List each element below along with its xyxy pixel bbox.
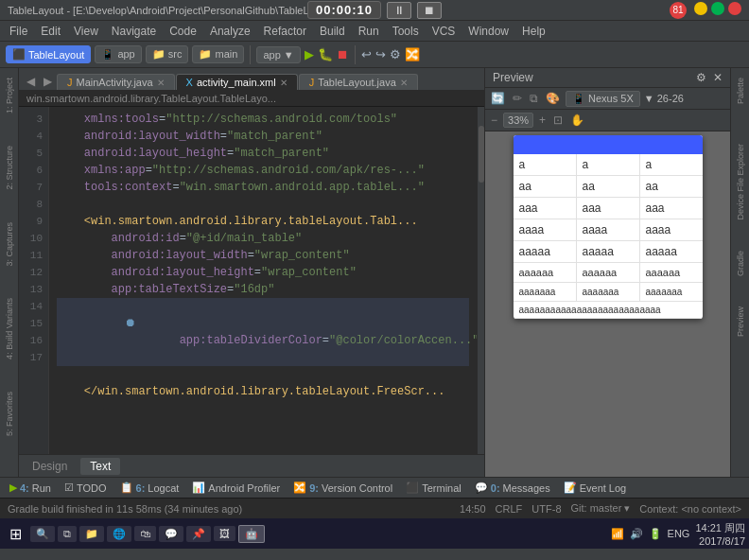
clock-area[interactable]: 14:21 周四 2017/8/17 [695,521,745,547]
menu-refactor[interactable]: Refactor [258,23,312,40]
toolbar-app-dropdown[interactable]: app ▼ [256,46,300,63]
stop-icon[interactable]: ⏹ [337,47,349,61]
code-line-7: tools:context="win.smartown.android.app.… [57,179,469,196]
tab-design[interactable]: Design [23,458,77,475]
taskbar-edge-btn[interactable]: 🌐 [107,526,131,542]
phone-content: a a a aa aa aa aaa aaa aaa [514,154,703,319]
sidebar-tab-device-file-explorer[interactable]: Device File Explorer [734,138,747,226]
line-ending: CRLF [496,503,523,515]
taskbar-android-studio-btn[interactable]: 🤖 [238,525,265,543]
menu-file[interactable]: File [4,23,33,40]
taskbar-photo-btn[interactable]: 🖼 [214,526,235,541]
tool-tab-run[interactable]: ▶ 4: Run [4,480,57,496]
menu-code[interactable]: Code [164,23,202,40]
vcs-icon[interactable]: 🔀 [405,47,420,61]
close-tab-activity-main[interactable]: ✕ [280,78,287,88]
sidebar-tab-captures[interactable]: 3: Captures [3,217,16,272]
menu-view[interactable]: View [68,23,104,40]
menu-help[interactable]: Help [516,23,551,40]
messages-label: Messages [503,482,550,494]
tab-table-layout-java[interactable]: J TableLayout.java ✕ [299,74,418,90]
preview-header: Preview ⚙ ✕ [485,68,730,88]
undo-icon[interactable]: ↩ [361,47,372,61]
code-editor[interactable]: 3 4 5 6 7 8 9 10 11 12 13 14 15 16 17 xm… [19,107,484,454]
terminal-label: Terminal [422,482,462,494]
code-content[interactable]: xmlns:tools="http://schemas.android.com/… [49,107,477,454]
sidebar-tab-project[interactable]: 1: Project [3,72,16,119]
table-row-6: aaaaaa aaaaaa aaaaaa [514,263,703,283]
sidebar-tab-structure[interactable]: 2: Structure [3,140,16,196]
menu-analyze[interactable]: Analyze [204,23,256,40]
tool-tab-android-profiler[interactable]: 📊 Android Profiler [186,480,286,496]
toolbar-project-name[interactable]: ⬛ TableLayout [6,45,91,63]
taskbar-store-btn[interactable]: 🛍 [134,526,156,541]
zoom-fit-btn[interactable]: ⊡ [551,112,565,129]
messages-num: 0: [491,482,500,494]
cell-4-1: aaaa [514,219,577,240]
toolbar-main[interactable]: 📁 main [192,45,244,63]
git-branch[interactable]: Git: master ▾ [571,502,631,515]
windows-start-button[interactable]: ⊞ [4,523,27,545]
maximize-button[interactable] [711,2,724,15]
zoom-level: 33% [503,113,533,128]
pan-btn[interactable]: ✋ [568,112,586,129]
taskbar-wechat-btn[interactable]: 💬 [159,526,183,542]
toolbar-app[interactable]: 📱 app [95,45,141,63]
redo-icon[interactable]: ↪ [375,47,386,61]
run-icon[interactable]: ▶ [305,47,314,61]
sidebar-tab-gradle[interactable]: Gradle [734,245,747,282]
preview-refresh-btn[interactable]: 🔄 [489,90,507,107]
main-area: 1: Project 2: Structure 3: Captures 4: B… [0,68,749,477]
debug-icon[interactable]: 🐛 [318,47,333,61]
tool-tab-event-log[interactable]: 📝 Event Log [558,480,633,496]
preview-device-selector[interactable]: 📱 Nexus 5X [566,91,640,107]
taskbar-task-view-btn[interactable]: ⧉ [58,526,77,542]
tab-nav-left[interactable]: ◀ [23,73,39,90]
menu-edit[interactable]: Edit [35,23,66,40]
tab-nav-right[interactable]: ▶ [40,73,56,90]
vertical-scrollbar[interactable] [477,107,484,454]
tool-tab-todo[interactable]: ☑ TODO [59,480,113,496]
taskbar-file-explorer-btn[interactable]: 📁 [79,526,104,542]
sidebar-tab-favorites[interactable]: 5: Favorites [3,386,16,442]
close-tab-main-activity[interactable]: ✕ [157,78,165,88]
sidebar-tab-preview[interactable]: Preview [734,301,747,342]
preview-close-icon[interactable]: ✕ [713,71,723,84]
tool-tab-logcat[interactable]: 📋 6: Logcat [114,480,185,496]
code-line-5: android:layout_height="match_parent" [57,145,469,162]
taskbar-extra-btn[interactable]: 📌 [186,526,211,542]
sidebar-tab-palette[interactable]: Palette [734,72,747,110]
tool-tab-version-control[interactable]: 🔀 9: Version Control [287,480,398,496]
tool-tab-messages[interactable]: 💬 0: Messages [469,480,556,496]
network-icon[interactable]: 📶 [611,528,624,540]
preview-layers-btn[interactable]: ⧉ [528,90,540,107]
tab-main-activity[interactable]: J MainActivity.java ✕ [57,74,175,90]
preview-edit-btn[interactable]: ✏ [511,90,524,107]
menu-navigate[interactable]: Navigate [106,23,162,40]
menu-window[interactable]: Window [462,23,514,40]
preview-paint-btn[interactable]: 🎨 [544,90,562,107]
menu-tools[interactable]: Tools [387,23,425,40]
pause-button[interactable]: ⏸ [387,2,411,19]
menu-run[interactable]: Run [353,23,385,40]
zoom-in-btn[interactable]: + [537,112,548,129]
menu-build[interactable]: Build [314,23,351,40]
keyboard-lang[interactable]: ENG [668,528,690,539]
minimize-button[interactable] [694,2,707,15]
tab-activity-main-xml[interactable]: X activity_main.xml ✕ [176,74,298,90]
sidebar-tab-build-variants[interactable]: 4: Build Variants [3,292,16,365]
profiler-icon: 📊 [192,481,205,494]
toolbar-src[interactable]: 📁 src [146,45,189,63]
close-button[interactable] [728,2,741,15]
menu-vcs[interactable]: VCS [427,23,462,40]
tool-tab-terminal[interactable]: ⬛ Terminal [400,480,467,496]
preview-settings-icon[interactable]: ⚙ [696,71,706,84]
close-tab-table-layout[interactable]: ✕ [400,78,408,88]
stop-button[interactable]: ⏹ [417,2,442,19]
volume-icon[interactable]: 🔊 [630,528,643,540]
tab-text[interactable]: Text [80,458,120,475]
zoom-out-btn[interactable]: − [489,112,499,129]
settings-icon[interactable]: ⚙ [390,47,401,61]
battery-icon: 🔋 [649,528,662,540]
taskbar-search-btn[interactable]: 🔍 [30,526,55,542]
